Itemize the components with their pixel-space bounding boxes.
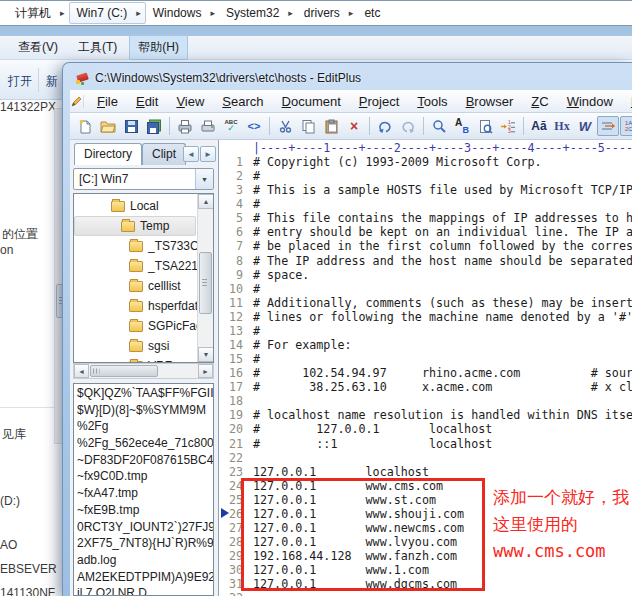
explorer-item-fragment[interactable]: (D:): [0, 494, 20, 508]
hex-viewer-icon[interactable]: Hx: [551, 116, 573, 136]
editor-line[interactable]: # The IP address and the host name shoul…: [219, 254, 632, 268]
editor-area[interactable]: |----+----1----+----2----+----3---+----4…: [218, 140, 632, 596]
scroll-right-icon[interactable]: ►: [198, 364, 213, 378]
breadcrumb-segment[interactable]: System32: [219, 3, 297, 23]
goto-line-icon[interactable]: 123: [497, 116, 519, 136]
file-item[interactable]: %2Fg_562ece4e_71c800: [77, 436, 213, 453]
sidebar-tab[interactable]: Directory: [74, 143, 142, 165]
word-wrap-icon[interactable]: W: [574, 116, 596, 136]
file-item[interactable]: %2Fg: [77, 419, 213, 436]
editor-line[interactable]: # This is a sample HOSTS file used by Mi…: [219, 183, 632, 197]
editor-line[interactable]: #: [219, 324, 632, 338]
file-item[interactable]: ~fxE9B.tmp: [77, 503, 213, 520]
explorer-item-fragment[interactable]: 141130NF: [0, 586, 55, 596]
editor-line[interactable]: [219, 451, 632, 465]
scroll-up-icon[interactable]: ▲: [198, 194, 214, 209]
delete-icon[interactable]: ×: [343, 116, 365, 136]
editor-line[interactable]: 127.0.0.1 localhost: [219, 465, 632, 479]
editor-line[interactable]: 127.0.0.1 www.dgcms.com: [219, 577, 632, 591]
wrap-indicator-toggle[interactable]: [597, 116, 619, 136]
editor-line[interactable]: #: [219, 197, 632, 211]
file-item[interactable]: $W}[D)(8]~$%SYMM9M: [77, 403, 213, 420]
undo-icon[interactable]: [374, 116, 396, 136]
editor-line[interactable]: # ::1 localhost: [219, 437, 632, 451]
editplus-menu-item[interactable]: Search: [213, 91, 272, 112]
explorer-menu-item[interactable]: 工具(T): [70, 36, 125, 59]
tree-horizontal-scrollbar[interactable]: ◄ ►: [73, 363, 214, 379]
editor-line[interactable]: [219, 394, 632, 408]
editplus-menu-item[interactable]: Document: [273, 91, 350, 112]
scroll-down-icon[interactable]: ▼: [198, 347, 214, 362]
editor-line[interactable]: # 38.25.63.10 x.acme.com # x client host: [219, 380, 632, 394]
file-item[interactable]: ~fx9C0D.tmp: [77, 469, 213, 486]
tree-item[interactable]: _TS733C.t: [74, 236, 196, 256]
find-in-files-icon[interactable]: [474, 116, 496, 136]
explorer-menu-item[interactable]: 查看(V): [10, 36, 66, 59]
drive-selector[interactable]: [C:] Win7 ▼: [73, 168, 214, 190]
font-icon[interactable]: Aā: [528, 116, 550, 136]
explorer-item-fragment[interactable]: AO: [0, 538, 17, 552]
tree-item[interactable]: hsperfdat: [74, 296, 196, 316]
tree-item[interactable]: Local: [74, 196, 196, 216]
editor-line[interactable]: #: [219, 169, 632, 183]
editor-line[interactable]: #: [219, 282, 632, 296]
tab-scroll-left-icon[interactable]: ◄: [183, 146, 199, 162]
redo-icon[interactable]: [397, 116, 419, 136]
breadcrumb-segment[interactable]: etc: [357, 3, 393, 23]
editor-line[interactable]: [219, 591, 632, 596]
breadcrumb-segment[interactable]: 计算机: [8, 2, 69, 25]
tree-item[interactable]: VRF: [74, 356, 196, 363]
file-item[interactable]: 0RCT3Y_IOUNT2`)27FJ9: [77, 520, 213, 537]
titlebar[interactable]: C:\Windows\System32\drivers\etc\hosts - …: [75, 68, 361, 88]
tab-scroll-right-icon[interactable]: ►: [200, 146, 216, 162]
breadcrumb-segment[interactable]: Win7 (C:): [69, 2, 146, 24]
explorer-menu-item[interactable]: 帮助(H): [129, 35, 188, 60]
editplus-menu-item[interactable]: Edit: [127, 91, 167, 112]
find-icon[interactable]: [428, 116, 450, 136]
tree-vertical-scrollbar[interactable]: ▲ ▼: [197, 194, 213, 362]
file-item[interactable]: $QK]QZ%`TAA$FF%FGII: [77, 386, 213, 403]
editor-line[interactable]: # entry should be kept on an individual …: [219, 225, 632, 239]
editplus-menu-item[interactable]: File: [88, 91, 127, 112]
tree-item[interactable]: Temp: [74, 216, 196, 236]
new-folder-button[interactable]: 新: [46, 73, 58, 90]
editor-line[interactable]: # This file contains the mappings of IP …: [219, 211, 632, 225]
editor-line[interactable]: # be placed in the first column followed…: [219, 239, 632, 253]
paste-icon[interactable]: [320, 116, 342, 136]
replace-icon[interactable]: AB: [451, 116, 473, 136]
file-item[interactable]: AM2EKEDTPPIM)A)9E92: [77, 570, 213, 587]
explorer-item-fragment[interactable]: 见库: [2, 426, 26, 443]
file-item[interactable]: 2XF75_7NT8){HJ`R)R%9: [77, 536, 213, 553]
explorer-item-fragment[interactable]: EBSEVER: [0, 562, 57, 576]
scrollbar-thumb[interactable]: [199, 252, 212, 314]
scrollbar-thumb[interactable]: [90, 365, 158, 377]
editor-line[interactable]: # 127.0.0.1 localhost: [219, 422, 632, 436]
editplus-menu-item[interactable]: Tools: [408, 91, 456, 112]
scroll-left-icon[interactable]: ◄: [74, 364, 89, 378]
editplus-menu-item[interactable]: Help: [622, 91, 632, 112]
sidebar-tab[interactable]: Clipt: [142, 143, 186, 165]
editor-line[interactable]: # For example:: [219, 338, 632, 352]
tree-item[interactable]: celllist: [74, 276, 196, 296]
save-all-icon[interactable]: [143, 116, 165, 136]
editor-line[interactable]: #: [219, 352, 632, 366]
chevron-down-icon[interactable]: ▼: [195, 169, 213, 189]
cut-icon[interactable]: [274, 116, 296, 136]
print-preview-icon[interactable]: [174, 116, 196, 136]
editplus-menu-item[interactable]: ZC: [522, 91, 557, 112]
file-item[interactable]: ~DF83DF20F087615BC4: [77, 453, 213, 470]
editor-line[interactable]: # lines or following the machine name de…: [219, 310, 632, 324]
save-icon[interactable]: [120, 116, 142, 136]
open-file-icon[interactable]: [97, 116, 119, 136]
copy-icon[interactable]: [297, 116, 319, 136]
editplus-menu-item[interactable]: Browser: [457, 91, 523, 112]
editor-line[interactable]: # 102.54.94.97 rhino.acme.com # source s…: [219, 366, 632, 380]
print-icon[interactable]: [197, 116, 219, 136]
editplus-menu-item[interactable]: View: [167, 91, 213, 112]
new-document-icon[interactable]: [74, 116, 96, 136]
tree-item[interactable]: sgsi: [74, 336, 196, 356]
explorer-item-fragment[interactable]: 141322PX: [0, 100, 56, 114]
explorer-item-fragment[interactable]: on: [0, 243, 13, 257]
editor-line[interactable]: # localhost name resolution is handled w…: [219, 408, 632, 422]
editplus-menu-item[interactable]: Project: [350, 91, 408, 112]
